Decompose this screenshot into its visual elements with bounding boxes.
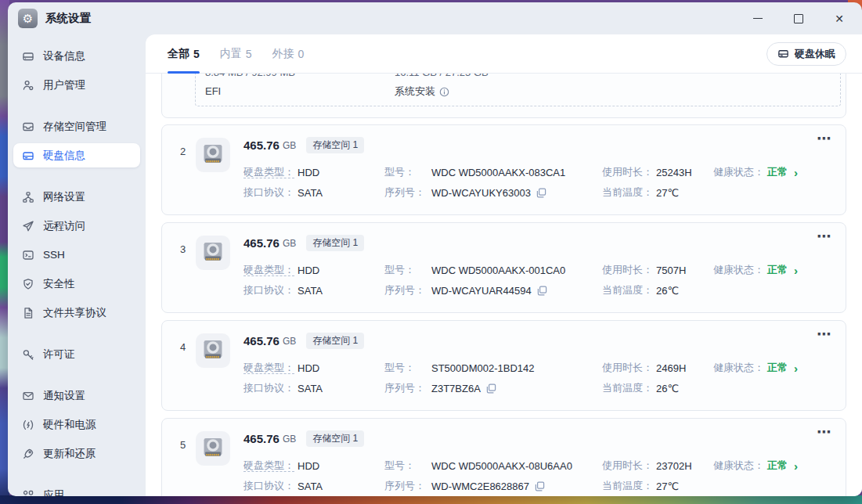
sidebar-item-label: 设备信息 [43,49,85,63]
copy-icon[interactable] [537,286,547,296]
disk-card-clipped: 8.84 MB / 92.99 MB 16.11 GB / 27.25 GB E… [161,74,846,118]
more-menu-button[interactable]: ⋯ [817,425,831,439]
info-icon[interactable] [439,87,449,97]
health-status: 正常 [767,361,788,375]
serial-label: 序列号： [384,185,428,200]
partition-name: EFI [205,82,395,101]
copy-icon[interactable] [536,188,546,198]
model-value: ST500DM002-1BD142 [431,362,535,374]
tab-count: 5 [193,48,200,60]
sidebar-item-label: 许可证 [43,347,75,362]
sidebar-item-label: 用户管理 [43,78,85,92]
copy-icon[interactable] [486,383,496,394]
maximize-button[interactable] [787,9,810,29]
health-label: 健康状态： [713,263,764,277]
temperature-value: 26℃ [656,285,679,297]
model-value: WDC WD5000AAKX-083CA1 [431,167,565,178]
sidebar-item-device-info[interactable]: 设备信息 [13,44,140,68]
network-icon [22,191,34,203]
sidebar-item-notifications[interactable]: 通知设置 [13,383,140,408]
disk-type-label: 硬盘类型： [243,459,294,472]
hdd-disk-icon [196,431,230,466]
partition-status: 系统安装 [395,82,435,101]
hard-drive-icon [22,149,34,162]
sidebar-item-label: 安全性 [43,277,75,291]
sidebar-item-disk-info[interactable]: 硬盘信息 [13,143,140,167]
chevron-right-icon[interactable]: › [794,460,798,472]
usage-hours-label: 使用时长： [602,165,653,179]
disk-size: 465.76 [243,139,280,152]
interface-label: 接口协议： [243,479,294,493]
disk-type-label: 硬盘类型： [243,166,294,178]
temperature-value: 27℃ [656,187,679,199]
rocket-icon [22,448,34,460]
tab-external[interactable]: 外接 0 [272,34,305,73]
sidebar-item-user-management[interactable]: 用户管理 [13,73,140,97]
chevron-right-icon[interactable]: › [794,265,798,276]
sidebar-item-network-settings[interactable]: 网络设置 [13,185,140,209]
desktop-wallpaper-bottom [0,495,862,504]
disk-size-unit: GB [283,238,296,249]
storage-pool-badge: 存储空间 1 [306,333,364,349]
sidebar-item-security[interactable]: 安全性 [13,272,140,296]
chevron-right-icon[interactable]: › [794,362,798,374]
disk-size: 465.76 [243,334,280,347]
paper-plane-icon [22,220,34,232]
hard-drive-icon [777,48,789,59]
sidebar-item-file-sharing[interactable]: 文件共享协议 [13,301,140,325]
tab-internal[interactable]: 内置 5 [220,34,252,73]
storage-pool-badge: 存储空间 1 [306,235,364,251]
sidebar-item-ssh[interactable]: SSH [13,243,140,267]
sidebar-item-hardware-power[interactable]: 硬件和电源 [13,412,140,437]
interface-value: SATA [298,481,323,492]
disk-card: ⋯ 2 465.76 GB 存储空间 1 [161,124,846,215]
terminal-icon [22,249,34,261]
health-status: 正常 [767,459,788,473]
disk-size: 465.76 [243,432,280,445]
envelope-icon [22,390,34,402]
more-menu-button[interactable]: ⋯ [817,131,831,146]
sidebar-item-label: 硬件和电源 [43,418,96,432]
usage-hours-label: 使用时长： [602,361,653,375]
disk-hibernate-button[interactable]: 硬盘休眠 [766,42,846,66]
minimize-button[interactable] [746,9,770,29]
tab-label: 全部 [168,47,189,61]
partition-row-sizes: 8.84 MB / 92.99 MB 16.11 GB / 27.25 GB [205,74,831,82]
copy-icon[interactable] [535,481,545,491]
tab-label: 内置 [220,47,242,61]
close-button[interactable]: ✕ [828,9,851,29]
key-icon [22,348,34,361]
more-menu-button[interactable]: ⋯ [817,327,831,341]
tab-label: 外接 [272,47,294,61]
sidebar-item-license[interactable]: 许可证 [13,342,140,366]
sidebar-item-apps[interactable]: 应用 [13,483,140,496]
serial-label: 序列号： [384,283,428,297]
interface-label: 接口协议： [243,381,294,395]
titlebar: ⚙ 系统设置 ✕ [8,2,862,34]
chevron-right-icon[interactable]: › [794,167,798,178]
serial-value: WD-WMC2E8628867 [431,481,529,492]
power-icon [22,419,34,431]
temperature-label: 当前温度： [602,479,653,493]
device-info-icon [22,50,34,63]
sidebar-item-remote-access[interactable]: 远程访问 [13,214,140,238]
interface-label: 接口协议： [243,283,294,297]
disk-type-value: HDD [298,460,319,472]
disk-slot-number: 4 [170,331,196,398]
sidebar-item-storage-management[interactable]: 存储空间管理 [13,114,140,139]
temperature-label: 当前温度： [602,185,653,200]
temperature-label: 当前温度： [602,283,653,297]
disk-size-unit: GB [283,434,296,445]
sidebar-item-update-restore[interactable]: 更新和还原 [13,441,140,466]
settings-gear-icon: ⚙ [18,9,38,28]
more-menu-button[interactable]: ⋯ [817,229,831,243]
tab-count: 5 [246,48,252,60]
serial-value: WD-WCAYUAR44594 [431,285,532,297]
tab-all[interactable]: 全部 5 [168,34,200,73]
sidebar-item-label: 文件共享协议 [43,306,106,320]
temperature-value: 26℃ [656,383,679,394]
disk-type-label: 硬盘类型： [243,264,294,276]
gear-glyph: ⚙ [23,12,33,26]
temperature-value: 27℃ [656,481,679,492]
storage-pool-badge: 存储空间 1 [306,430,364,447]
